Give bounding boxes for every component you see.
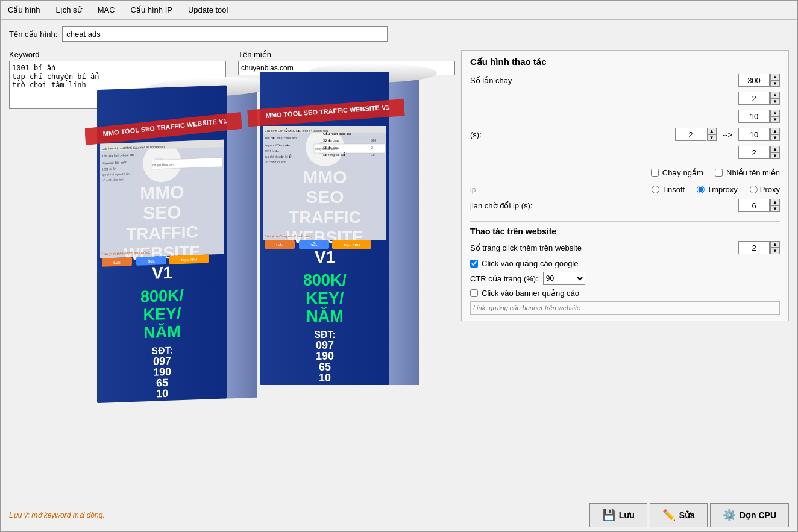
menu-mac[interactable]: MAC: [95, 4, 118, 16]
luu-button[interactable]: 💾 Lưu: [589, 503, 647, 527]
link-input[interactable]: [470, 301, 780, 315]
row3-spinner: ▲ ▼: [770, 110, 780, 123]
proxy-option[interactable]: Proxy: [750, 185, 780, 194]
ctr-label: CTR của trang (%):: [470, 274, 538, 283]
divider3: [470, 217, 780, 217]
link-row: [470, 301, 780, 315]
action-buttons: 💾 Lưu ✏️ Sửa ⚙️ Dọn CPU: [589, 503, 797, 527]
luu-label: Lưu: [619, 510, 635, 520]
keyword-input[interactable]: 1001 bí ẩn tạp chí chuyện bí ẩn trò chơi…: [9, 61, 226, 109]
svg-text:10: 10: [319, 372, 331, 384]
wait-ip-down[interactable]: ▼: [770, 205, 780, 212]
nhieu-ten-mien-label: Nhiều tên miền: [726, 168, 780, 177]
so-lan-chay-input[interactable]: [738, 74, 770, 87]
proxy-label: Proxy: [760, 185, 780, 194]
website-title: Thao tác trên website: [470, 227, 780, 236]
main-window: Cấu hình Lịch sử MAC Cấu hình IP Update …: [0, 0, 798, 532]
config-name-input[interactable]: [62, 26, 388, 42]
svg-text:SĐT:: SĐT:: [151, 345, 173, 356]
ctr-select[interactable]: 90 80 70: [543, 272, 585, 285]
svg-text:097: 097: [316, 339, 334, 351]
wait-ip-up[interactable]: ▲: [770, 199, 780, 205]
chay-ngam-label: Chạy ngầm: [662, 168, 703, 177]
divider2: [470, 181, 780, 181]
last-down[interactable]: ▼: [770, 152, 780, 159]
click-gg-checkbox[interactable]: [470, 260, 478, 268]
tmproxy-radio[interactable]: [697, 186, 705, 193]
content-area: Tên cấu hình: Keyword 1001 bí ẩn tạp chí…: [1, 20, 797, 327]
tmproxy-option[interactable]: Tmproxy: [697, 185, 738, 194]
menu-cau-hinh-ip[interactable]: Cấu hình IP: [128, 4, 175, 16]
so-trang-row: (s): ▲ ▼ --> ▲ ▼: [470, 128, 780, 141]
ip-config-section: ip Tinsoft Tmproxy Proxy: [470, 185, 780, 212]
ctr-row: CTR của trang (%): 90 80 70: [470, 272, 780, 285]
divider1: [470, 164, 780, 164]
last-spinner: ▲ ▼: [770, 146, 780, 159]
ip-radio-group: ip Tinsoft Tmproxy Proxy: [470, 185, 780, 194]
so-trang-up[interactable]: ▲: [707, 128, 717, 134]
row2: ▲ ▼: [470, 92, 780, 105]
wait-ip-spinner: ▲ ▼: [770, 199, 780, 212]
proxy-radio[interactable]: [750, 186, 758, 193]
row2-input[interactable]: [738, 92, 770, 105]
so-lan-chay-label: Số lần chay: [470, 76, 735, 85]
last-spin-input[interactable]: [738, 146, 770, 159]
so-trang-click-up[interactable]: ▲: [770, 241, 780, 248]
tinsoft-option[interactable]: Tinsoft: [652, 185, 685, 194]
domain-input[interactable]: [238, 61, 455, 75]
so-lan-chay-down[interactable]: ▼: [770, 80, 780, 87]
row2-up[interactable]: ▲: [770, 92, 780, 98]
arrow-right-input[interactable]: [738, 128, 770, 141]
last-spin-row: ▲ ▼: [470, 146, 780, 159]
row3-input[interactable]: [738, 110, 770, 123]
menu-bar: Cấu hình Lịch sử MAC Cấu hình IP Update …: [1, 1, 797, 20]
menu-update-tool[interactable]: Update tool: [186, 4, 231, 16]
domain-label: Tên miền: [238, 50, 455, 59]
so-trang-click-down[interactable]: ▼: [770, 248, 780, 254]
don-label: Dọn CPU: [740, 510, 776, 520]
don-cpu-button[interactable]: ⚙️ Dọn CPU: [710, 503, 789, 527]
svg-text:SĐT:: SĐT:: [314, 330, 336, 340]
svg-text:097: 097: [153, 355, 171, 368]
right-panel-title: Cấu hình thao tác: [470, 57, 780, 67]
svg-text:190: 190: [153, 366, 171, 378]
row2-down[interactable]: ▼: [770, 98, 780, 105]
nhieu-ten-mien-checkbox[interactable]: [715, 169, 723, 177]
menu-lich-su[interactable]: Lịch sử: [54, 4, 84, 16]
menu-cau-hinh[interactable]: Cấu hình: [5, 4, 43, 16]
save-note: Lưu ý: mở keyword mới dòng.: [1, 511, 589, 519]
arrow-right-down[interactable]: ▼: [770, 134, 780, 141]
last-up[interactable]: ▲: [770, 146, 780, 152]
svg-text:65: 65: [156, 377, 168, 389]
so-trang-click-input[interactable]: [738, 241, 770, 254]
banner-checkbox[interactable]: [470, 289, 478, 297]
row3-up[interactable]: ▲: [770, 110, 780, 116]
sua-icon: ✏️: [662, 509, 676, 522]
bottom-bar: Lưu ý: mở keyword mới dòng. 💾 Lưu ✏️ Sửa…: [1, 498, 797, 531]
chay-ngam-row: Chạy ngầm Nhiều tên miền: [470, 168, 780, 177]
row3: ▲ ▼: [470, 110, 780, 123]
arrow-sep: -->: [723, 130, 732, 139]
so-trang-label: (s):: [470, 130, 671, 139]
tinsoft-label: Tinsoft: [662, 185, 685, 194]
wait-ip-spin: ▲ ▼: [738, 199, 780, 212]
so-trang-input[interactable]: [675, 128, 706, 141]
row3-spin: ▲ ▼: [738, 110, 780, 123]
config-name-row: Tên cấu hình:: [9, 26, 789, 42]
arrow-right-up[interactable]: ▲: [770, 128, 780, 134]
banner-row: Click vào banner quảng cáo: [470, 289, 780, 298]
chay-ngam-checkbox[interactable]: [651, 169, 659, 177]
wait-ip-input[interactable]: [738, 199, 770, 212]
tinsoft-radio[interactable]: [652, 186, 659, 193]
arrow-right-spinner: ▲ ▼: [770, 128, 780, 141]
row3-down[interactable]: ▼: [770, 116, 780, 123]
website-section: Thao tác trên website Số trang click thê…: [470, 221, 780, 315]
so-lan-chay-up[interactable]: ▲: [770, 74, 780, 80]
left-panel: Keyword 1001 bí ẩn tạp chí chuyện bí ẩn …: [9, 50, 461, 321]
arrow-right-spin: ▲ ▼: [738, 128, 780, 141]
sua-label: Sửa: [679, 510, 695, 520]
so-trang-click-row: Số trang click thêm trên website ▲ ▼: [470, 241, 780, 254]
so-trang-down[interactable]: ▼: [707, 134, 717, 141]
sua-button[interactable]: ✏️ Sửa: [650, 503, 708, 527]
domain-section: Tên miền: [238, 50, 455, 111]
